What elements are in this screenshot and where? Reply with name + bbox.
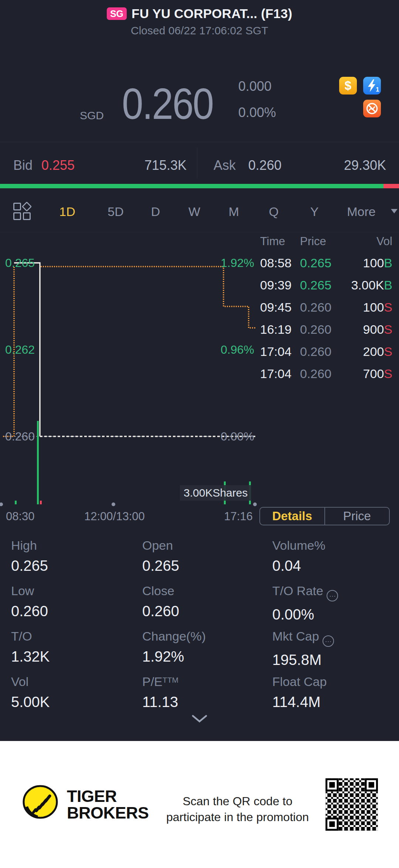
trade-vol: 3.00KB — [351, 274, 392, 296]
diamond-icon — [22, 202, 32, 212]
change-value: 0.000 — [238, 73, 276, 99]
chevron-down-icon[interactable] — [391, 209, 398, 213]
bid-size: 715.3K — [111, 157, 187, 174]
tab-month[interactable]: M — [229, 205, 239, 219]
qr-code-image — [324, 776, 380, 833]
trade-side: S — [384, 344, 392, 358]
bid-ask-ratio-bar — [0, 184, 399, 188]
stat-value: 0.260 — [11, 603, 142, 620]
stat-label: Open — [142, 538, 272, 553]
price-button[interactable]: Price — [325, 508, 389, 525]
x-axis-label-open: 08:30 — [6, 510, 35, 523]
dollar-glyph: $ — [345, 79, 351, 93]
stat-label: T/O Rate — [272, 584, 399, 601]
stat-mkt-cap: Mkt Cap195.8M — [272, 629, 399, 675]
trade-side: S — [384, 367, 392, 381]
y-axis-label-base: 0.260 — [5, 430, 50, 443]
col-price: Price — [300, 235, 326, 248]
stat-value: 195.8M — [272, 652, 399, 668]
stat-vol: Vol5.00K — [11, 675, 142, 720]
trade-vol: 200S — [363, 340, 392, 363]
intraday-chart[interactable]: 0.265 0.262 0.260 1.92% 0.96% 0.00% 3.00… — [0, 233, 399, 535]
session-dot — [253, 502, 257, 506]
dividend-icon[interactable]: $ — [339, 77, 357, 95]
tab-5d[interactable]: 5D — [108, 205, 123, 219]
trade-row[interactable]: 16:19 0.260 900S — [0, 318, 399, 340]
stat-close: Close0.260 — [142, 584, 272, 629]
trade-price: 0.260 — [300, 296, 331, 318]
stat-value: 5.00K — [11, 694, 142, 710]
tiger-brokers-logo — [22, 784, 58, 821]
trade-row[interactable]: 17:04 0.260 700S — [0, 363, 399, 385]
quote-screen: SG FU YU CORPORAT... (F13) Closed 06/22 … — [0, 0, 399, 741]
stat-label: Mkt Cap — [272, 629, 399, 647]
promo-line-1: Scan the QR code to — [158, 793, 317, 809]
tab-week[interactable]: W — [188, 205, 200, 219]
volume-bar — [40, 501, 42, 504]
tab-day[interactable]: D — [151, 205, 160, 219]
ask-size: 29.30K — [310, 157, 386, 174]
trade-tape-header: Time Price Vol — [0, 235, 399, 248]
trade-vol: 100S — [363, 296, 392, 318]
period-tab-bar: 1D 5D D W M Q Y More — [0, 188, 399, 233]
no-short-glyph — [363, 100, 381, 117]
pct-axis-label-base: 0.00% — [195, 430, 254, 443]
trade-time: 09:39 — [260, 274, 291, 296]
stat-label: High — [11, 538, 142, 553]
col-time: Time — [260, 235, 285, 248]
trade-side: B — [384, 278, 392, 292]
header: SG FU YU CORPORAT... (F13) Closed 06/22 … — [0, 0, 399, 41]
stat-value: 0.04 — [272, 557, 399, 574]
trade-time: 17:04 — [260, 363, 291, 385]
trade-time: 16:19 — [260, 318, 291, 340]
trade-price: 0.265 — [300, 252, 331, 274]
expand-chevron[interactable] — [192, 715, 207, 724]
no-short-icon[interactable] — [363, 100, 381, 117]
stat-value: 0.00% — [272, 606, 399, 623]
trade-row[interactable]: 09:39 0.265 3.00KB — [0, 274, 399, 296]
tab-1d[interactable]: 1D — [59, 205, 75, 219]
brand-name: TIGER BROKERS — [67, 788, 149, 821]
stat-change-pct: Change(%)1.92% — [142, 629, 272, 675]
stat-value: 1.92% — [142, 648, 272, 665]
stat-value: 0.265 — [142, 557, 272, 574]
trade-row[interactable]: 09:45 0.260 100S — [0, 296, 399, 318]
stat-label-text: P/E — [142, 675, 163, 689]
tab-quarter[interactable]: Q — [269, 205, 279, 219]
stat-high: High0.265 — [11, 538, 142, 584]
col-vol: Vol — [376, 235, 392, 248]
details-button[interactable]: Details — [260, 508, 325, 525]
info-icon[interactable] — [327, 590, 338, 601]
exchange-badge: SG — [107, 7, 127, 20]
trade-vol: 700S — [363, 363, 392, 385]
stat-value: 0.265 — [11, 557, 142, 574]
stat-value: 11.13 — [142, 694, 272, 710]
stats-grid: High0.265 Open0.265 Volume%0.04 Low0.260… — [0, 535, 399, 720]
stat-value: 114.4M — [272, 694, 399, 710]
trade-row[interactable]: 17:04 0.260 200S — [0, 340, 399, 363]
lightning-icon: 1 — [363, 77, 381, 95]
stat-label: Volume% — [272, 538, 399, 553]
trade-side: B — [384, 256, 392, 270]
change-percent: 0.00% — [238, 99, 276, 126]
flash-order-icon[interactable]: 1 — [363, 77, 381, 95]
trade-row[interactable]: 08:58 0.265 100B — [0, 252, 399, 274]
trade-side: S — [384, 300, 392, 314]
trade-price: 0.260 — [300, 340, 331, 363]
trade-price: 0.260 — [300, 318, 331, 340]
bid-ratio-segment — [0, 184, 383, 188]
tab-more[interactable]: More — [347, 205, 375, 219]
currency-label: SGD — [80, 109, 104, 122]
stat-label: Vol — [11, 675, 142, 689]
stat-turnover: T/O1.32K — [11, 629, 142, 675]
stat-value: 0.260 — [142, 603, 272, 620]
ask-price[interactable]: 0.260 — [248, 157, 282, 174]
stat-pe: P/ETTM11.13 — [142, 675, 272, 720]
tab-year[interactable]: Y — [310, 205, 319, 219]
trade-vol: 900S — [363, 318, 392, 340]
bid-price[interactable]: 0.255 — [41, 157, 75, 174]
chart-layout-icon[interactable] — [13, 203, 31, 220]
square-icon — [13, 203, 21, 210]
trade-time: 17:04 — [260, 340, 291, 363]
info-icon[interactable] — [323, 635, 334, 647]
